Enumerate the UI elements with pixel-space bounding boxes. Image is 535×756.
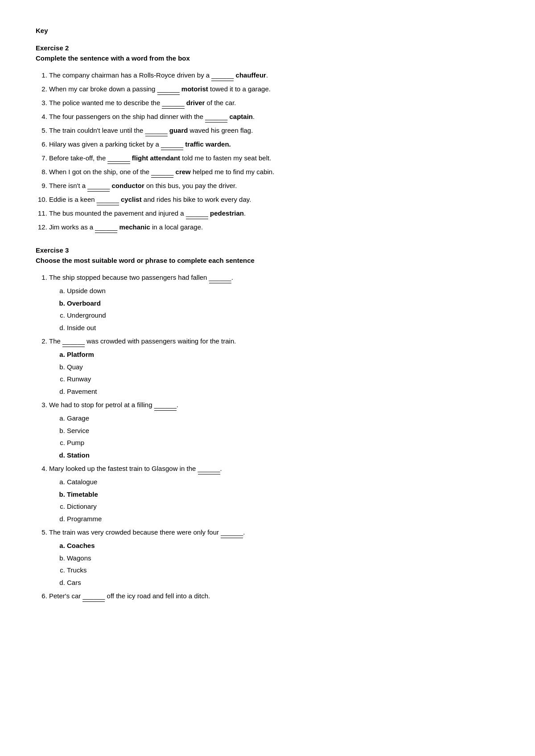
exercise-3-option-3-1: Garage <box>67 413 499 424</box>
exercise-3-item-3: We had to stop for petrol at a filling _… <box>49 400 499 461</box>
exercise-3-list: The ship stopped because two passengers … <box>49 272 499 602</box>
exercise-3-option-4-3: Dictionary <box>67 501 499 512</box>
exercise-2-item-11: The bus mounted the pavement and injured… <box>49 208 499 219</box>
exercise-2-item-2: When my car broke down a passing ______ … <box>49 84 499 95</box>
exercise-3-option-1-3: Underground <box>67 310 499 321</box>
exercise-2-title: Exercise 2 <box>36 44 499 52</box>
exercise-3-option-3-2: Service <box>67 425 499 437</box>
exercise-2-item-9: There isn't a ______ conductor on this b… <box>49 180 499 192</box>
key-label: Key <box>36 27 499 34</box>
exercise-3-option-4-4: Programme <box>67 513 499 525</box>
exercise-3-option-2-4: Pavement <box>67 386 499 397</box>
exercise-3-option-4-1: Catalogue <box>67 476 499 488</box>
exercise-3-suboptions-4: CatalogueTimetableDictionaryProgramme <box>67 476 499 524</box>
exercise-3-suboptions-1: Upside downOverboardUndergroundInside ou… <box>67 285 499 333</box>
exercise-3-option-1-1: Upside down <box>67 285 499 297</box>
exercise-2-item-6: Hilary was given a parking ticket by a _… <box>49 139 499 150</box>
exercise-3-item-5: The train was very crowded because there… <box>49 527 499 588</box>
exercise-3-option-4-2: Timetable <box>67 489 499 500</box>
exercise-2-list: The company chairman has a Rolls-Royce d… <box>49 70 499 233</box>
exercise-3-instruction: Choose the most suitable word or phrase … <box>36 257 499 264</box>
exercise-2-item-3: The police wanted me to describe the ___… <box>49 98 499 109</box>
exercise-3-option-3-4: Station <box>67 450 499 461</box>
exercise-3-option-5-4: Cars <box>67 577 499 588</box>
exercise-3-suboptions-5: CoachesWagonsTrucksCars <box>67 540 499 588</box>
exercise-3-option-5-2: Wagons <box>67 552 499 564</box>
exercise-3-item-6: Peter's car ______ off the icy road and … <box>49 591 499 602</box>
exercise-3-item-4: Mary looked up the fastest train to Glas… <box>49 463 499 524</box>
exercise-3-title: Exercise 3 <box>36 246 499 254</box>
exercise-3-option-1-4: Inside out <box>67 322 499 334</box>
exercise-3-option-2-2: Quay <box>67 361 499 373</box>
exercise-3-suboptions-3: GarageServicePumpStation <box>67 413 499 461</box>
exercise-2-item-8: When I got on the ship, one of the _____… <box>49 167 499 178</box>
exercise-3-option-1-2: Overboard <box>67 298 499 309</box>
exercise-2-item-7: Before take-off, the ______ flight atten… <box>49 153 499 164</box>
exercise-2-item-4: The four passengers on the ship had dinn… <box>49 111 499 123</box>
exercise-2-item-5: The train couldn't leave until the _____… <box>49 125 499 136</box>
exercise-2-instruction: Complete the sentence with a word from t… <box>36 54 499 62</box>
exercise-3-option-2-3: Runway <box>67 373 499 385</box>
exercise-3-item-2: The ______ was crowded with passengers w… <box>49 336 499 397</box>
exercise-3-block: Exercise 3 Choose the most suitable word… <box>36 246 499 602</box>
exercise-3-option-2-1: Platform <box>67 349 499 360</box>
exercise-3-option-3-3: Pump <box>67 437 499 449</box>
exercise-2-item-12: Jim works as a ______ mechanic in a loca… <box>49 222 499 233</box>
exercise-3-option-5-1: Coaches <box>67 540 499 552</box>
exercise-2-item-10: Eddie is a keen ______ cyclist and rides… <box>49 194 499 205</box>
exercise-3-suboptions-2: PlatformQuayRunwayPavement <box>67 349 499 397</box>
exercise-3-option-5-3: Trucks <box>67 564 499 576</box>
exercise-2-item-1: The company chairman has a Rolls-Royce d… <box>49 70 499 81</box>
exercise-3-item-1: The ship stopped because two passengers … <box>49 272 499 333</box>
exercise-2-block: Exercise 2 Complete the sentence with a … <box>36 44 499 233</box>
